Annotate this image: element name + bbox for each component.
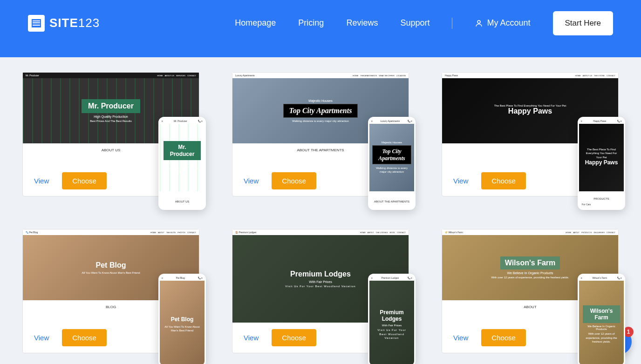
mobile-preview[interactable]: ≡Mr. Producer📞 ≡ Mr. Producer High Quali… — [158, 117, 206, 210]
choose-button[interactable]: Choose — [272, 329, 316, 346]
template-card: 🏠 Premium Lodges HOMEABOUTTHE LODGESBOOK… — [232, 229, 409, 353]
choose-button[interactable]: Choose — [62, 172, 107, 189]
mobile-preview[interactable]: ≡Pet Blog📞 ≡ Pet Blog All You Want To Kn… — [158, 274, 206, 364]
nav-reviews[interactable]: Reviews — [346, 18, 378, 28]
account-label: My Account — [487, 18, 530, 28]
view-button[interactable]: View — [34, 334, 49, 342]
user-icon — [475, 19, 483, 27]
nav-homepage[interactable]: Homepage — [235, 18, 276, 28]
template-card: 🐾 Pet Blog HOMEABOUTTHE BLOGPHOTOSCONTAC… — [22, 229, 199, 353]
view-button[interactable]: View — [34, 177, 49, 185]
logo-icon — [28, 15, 45, 32]
view-button[interactable]: View — [453, 177, 468, 185]
choose-button[interactable]: Choose — [62, 329, 107, 346]
template-card: Happy Paws HOMEABOUT USTHE STORECONTACT … — [442, 72, 619, 196]
preview-site-header: Happy Paws HOMEABOUT USTHE STORECONTACT — [442, 73, 618, 78]
svg-point-0 — [477, 20, 480, 23]
nav-pricing[interactable]: Pricing — [298, 18, 324, 28]
preview-site-header: Luxury Apartments HOMETHE APARTMENTSWHAT… — [232, 73, 409, 78]
mobile-preview[interactable]: ≡Luxury Apartments📞 ≡ Majestic Houses To… — [368, 117, 416, 210]
view-button[interactable]: View — [244, 177, 259, 185]
preview-site-header: 🐾 Pet Blog HOMEABOUTTHE BLOGPHOTOSCONTAC… — [23, 229, 199, 235]
main-header: SITE123 Homepage Pricing Reviews Support… — [0, 0, 641, 46]
mobile-preview[interactable]: ≡Premium Lodges📞 ≡ Premium Lodges With F… — [368, 274, 416, 364]
mobile-preview[interactable]: ≡Wilson's Farm📞 ≡ Wilson's Farm We Belie… — [578, 274, 625, 364]
view-button[interactable]: View — [453, 334, 468, 342]
logo[interactable]: SITE123 — [28, 15, 100, 32]
choose-button[interactable]: Choose — [272, 172, 316, 189]
preview-site-header: Mr. Producer HOMEABOUT USSERVICESCONTACT — [23, 73, 199, 78]
view-button[interactable]: View — [244, 334, 259, 342]
choose-button[interactable]: Choose — [481, 329, 526, 346]
template-card: 🌾 Wilson's Farm HOMEABOUTPRODUCTSDELIVER… — [442, 229, 619, 353]
start-here-button[interactable]: Start Here — [553, 11, 613, 35]
nav-support[interactable]: Support — [400, 18, 430, 28]
sub-header-bar — [0, 46, 641, 57]
preview-site-header: 🌾 Wilson's Farm HOMEABOUTPRODUCTSDELIVER… — [442, 229, 618, 235]
preview-site-header: 🏠 Premium Lodges HOMEABOUTTHE LODGESBOOK… — [232, 229, 409, 235]
my-account-link[interactable]: My Account — [475, 18, 530, 28]
logo-text: SITE123 — [49, 16, 100, 30]
template-card: Luxury Apartments HOMETHE APARTMENTSWHAT… — [232, 72, 409, 196]
mobile-preview[interactable]: ≡Happy Paws📞 ≡ The Best Place To Find Ev… — [578, 117, 625, 210]
choose-button[interactable]: Choose — [481, 172, 526, 189]
nav-separator — [452, 18, 452, 29]
templates-grid: Mr. Producer HOMEABOUT USSERVICESCONTACT… — [0, 57, 641, 364]
main-nav: Homepage Pricing Reviews Support My Acco… — [235, 11, 613, 35]
template-card: Mr. Producer HOMEABOUT USSERVICESCONTACT… — [22, 72, 199, 196]
